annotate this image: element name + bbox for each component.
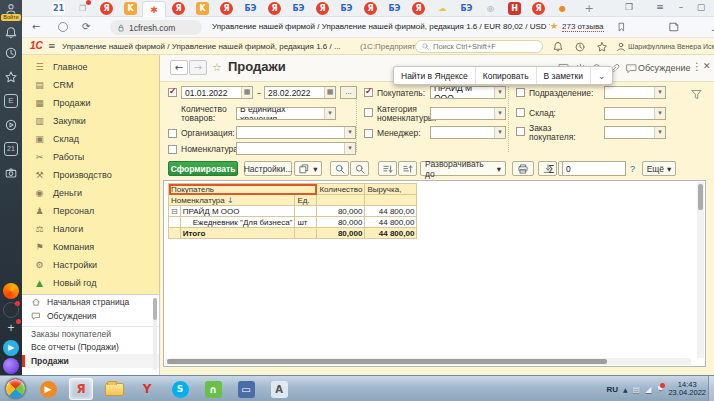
panel-item-all-reports[interactable]: Все отчеты (Продажи): [22, 340, 159, 354]
cell-qty[interactable]: 80,000: [317, 217, 365, 228]
browser-tab[interactable]: Я: [316, 2, 329, 15]
division-checkbox[interactable]: [516, 88, 525, 97]
app-favorites-icon[interactable]: [596, 41, 608, 53]
panel-item-discussions[interactable]: Обсуждения: [22, 309, 159, 323]
sidebar-item-0[interactable]: ☰Главное: [22, 58, 159, 76]
expand-to-button[interactable]: Разворачивать до ▾: [420, 161, 506, 176]
cell-unit[interactable]: [295, 228, 317, 239]
sidebar-item-7[interactable]: ◉Деньги: [22, 184, 159, 202]
browser-tab[interactable]: БЭ: [292, 2, 305, 15]
url-box[interactable]: 1cfresh.com: [110, 20, 202, 35]
screenshot-icon[interactable]: [4, 166, 18, 180]
browser-tab[interactable]: K: [196, 2, 209, 15]
video-icon[interactable]: [4, 118, 18, 132]
forward-button[interactable]: →: [189, 60, 207, 75]
incognito-icon[interactable]: [3, 302, 19, 318]
browser-menu-icon[interactable]: ≡: [653, 2, 667, 12]
cell-name[interactable]: ПРАЙД М ООО: [180, 206, 295, 217]
dropdown-icon[interactable]: ▾: [494, 127, 505, 138]
app-menu-icon[interactable]: ≡: [48, 41, 56, 51]
date-to-field[interactable]: 28.02.2022 ▦: [264, 86, 336, 99]
sidebar-item-8[interactable]: ♟Персонал: [22, 202, 159, 220]
period-options-button[interactable]: ...: [340, 86, 357, 99]
settings-button[interactable]: Настройки...: [244, 161, 292, 176]
dropdown-icon[interactable]: ▾: [654, 108, 665, 119]
panel-item-home[interactable]: Начальная страница: [22, 295, 159, 309]
minimize-button[interactable]: –: [674, 2, 688, 12]
warehouse-checkbox[interactable]: [516, 108, 525, 117]
tab-panels-icon[interactable]: ❐: [622, 2, 636, 12]
back-icon[interactable]: ←: [32, 21, 40, 32]
cell-name[interactable]: Итого: [180, 228, 295, 239]
favorite-star-icon[interactable]: ☆: [212, 61, 222, 74]
taskbar-app-skype[interactable]: S: [168, 378, 192, 400]
close-report-icon[interactable]: ✕: [703, 61, 711, 71]
app-search-box[interactable]: [415, 40, 543, 53]
sum-field[interactable]: [562, 161, 626, 176]
manager-select[interactable]: ▾: [430, 126, 506, 139]
find-button[interactable]: [330, 161, 349, 176]
browser-tab[interactable]: ◎: [484, 2, 497, 15]
sidebar-item-2[interactable]: ▦Продажи: [22, 94, 159, 112]
sidebar-item-1[interactable]: ▤CRM: [22, 76, 159, 94]
browser-tab[interactable]: K: [124, 2, 137, 15]
tray-expand-icon[interactable]: ▲: [623, 386, 628, 393]
messenger-icon[interactable]: ▶: [3, 340, 19, 356]
calendar-icon[interactable]: ▦: [324, 87, 335, 98]
browser-tab[interactable]: ☁: [436, 2, 449, 15]
cell-revenue[interactable]: 44 800,00: [365, 228, 417, 239]
org-checkbox[interactable]: [168, 129, 177, 138]
ctx-more-icon[interactable]: ⌄: [591, 67, 612, 84]
dropdown-icon[interactable]: ▾: [654, 87, 665, 98]
print-button[interactable]: [512, 161, 534, 176]
panel-item-sales[interactable]: Продажи: [22, 354, 159, 368]
nomen-select[interactable]: ▾: [236, 142, 356, 155]
taskbar-app-app-a[interactable]: A: [267, 378, 291, 400]
browser-tab[interactable]: БЭ: [244, 2, 257, 15]
division-select[interactable]: ▾: [604, 86, 666, 99]
dropdown-icon[interactable]: ▾: [344, 127, 355, 138]
expand-levels-button[interactable]: [398, 161, 417, 176]
header-buyer[interactable]: Покупатель: [169, 184, 317, 195]
buyer-select[interactable]: ПРАЙД М ООО ▾: [430, 86, 506, 99]
app-bell-icon[interactable]: [552, 41, 564, 53]
vertical-scrollbar[interactable]: [697, 182, 704, 358]
order-select[interactable]: ▾: [604, 126, 666, 139]
alice-icon[interactable]: [3, 358, 19, 374]
buyer-checkbox[interactable]: [364, 88, 373, 97]
tray-action-center-icon[interactable]: ⚑: [656, 385, 663, 394]
panel-scrollbar[interactable]: [153, 298, 157, 370]
show-desktop-button[interactable]: [708, 376, 714, 401]
ctx-find-in-yandex[interactable]: Найти в Яндексе: [394, 67, 476, 84]
tray-clipboard-icon[interactable]: ▤: [633, 385, 641, 394]
clear-find-button[interactable]: [350, 161, 369, 176]
discussion-label[interactable]: Обсуждение: [638, 63, 690, 73]
category-select[interactable]: ▾: [430, 107, 506, 120]
header-nomenclature[interactable]: Номенклатура ↓: [169, 195, 295, 206]
dropdown-icon[interactable]: ▾: [494, 108, 505, 119]
filter-funnel-icon[interactable]: [690, 88, 703, 101]
favorites-star-icon[interactable]: [4, 70, 18, 84]
services-icon[interactable]: E: [4, 94, 18, 108]
header-qty[interactable]: Количество: [317, 184, 365, 195]
sidebar-item-12[interactable]: ▲Новый год: [22, 274, 159, 292]
cell-unit[interactable]: шт: [295, 217, 317, 228]
cell-name[interactable]: Ежедневник "Для бизнеса": [180, 217, 295, 228]
sidebar-item-4[interactable]: ▣Склад: [22, 130, 159, 148]
reviews-link[interactable]: 273 отзыва: [562, 22, 604, 32]
browser-tab[interactable]: Я: [220, 2, 233, 15]
ctx-copy[interactable]: Копировать: [476, 67, 537, 84]
dropdown-icon[interactable]: ▾: [654, 127, 665, 138]
collections-icon[interactable]: [668, 21, 680, 33]
language-indicator[interactable]: RU: [606, 385, 618, 394]
browser-tab[interactable]: Я: [100, 2, 113, 15]
app-history-icon[interactable]: [574, 41, 586, 53]
browser-tab[interactable]: Я: [172, 2, 185, 15]
help-link[interactable]: ?: [630, 164, 635, 174]
browser-tab[interactable]: ❐: [76, 2, 89, 15]
date-from-field[interactable]: 01.01.2022 ▦: [181, 86, 253, 99]
app-search-input[interactable]: [433, 42, 537, 51]
browser-tab[interactable]: ●: [556, 2, 569, 15]
sidebar-item-9[interactable]: ⚖Налоги: [22, 220, 159, 238]
login-badge[interactable]: Войти: [1, 14, 21, 21]
